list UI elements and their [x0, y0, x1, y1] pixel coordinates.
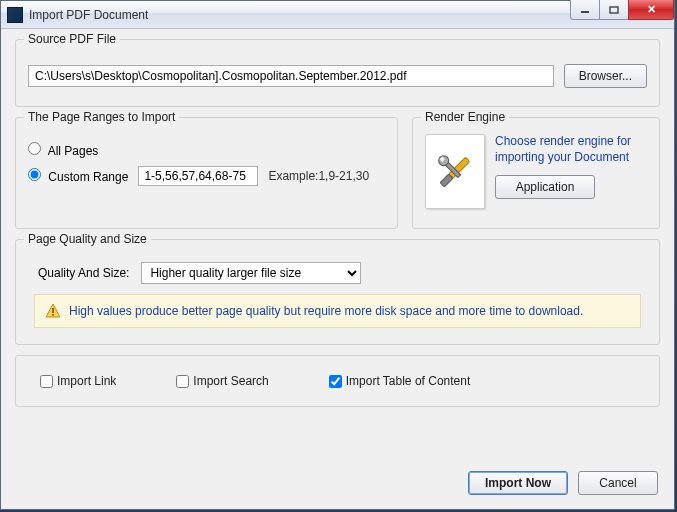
- quality-note-text: High values produce better page quality …: [69, 304, 583, 318]
- render-engine-group: Render Engine: [412, 117, 660, 229]
- quality-group: Page Quality and Size Quality And Size: …: [15, 239, 660, 345]
- quality-legend: Page Quality and Size: [24, 232, 151, 246]
- browse-button[interactable]: Browser...: [564, 64, 647, 88]
- all-pages-option[interactable]: All Pages: [28, 142, 98, 158]
- render-engine-legend: Render Engine: [421, 110, 509, 124]
- import-search-option[interactable]: Import Search: [176, 374, 268, 388]
- svg-rect-8: [52, 314, 54, 316]
- maximize-button[interactable]: [599, 0, 629, 20]
- dialog-footer: Import Now Cancel: [468, 471, 658, 495]
- import-link-label: Import Link: [57, 374, 116, 388]
- page-ranges-group: The Page Ranges to Import All Pages Cust…: [15, 117, 398, 229]
- import-now-button[interactable]: Import Now: [468, 471, 568, 495]
- quality-select[interactable]: Higher quality larger file size: [141, 262, 361, 284]
- svg-rect-3: [440, 174, 453, 187]
- import-options-group: Import Link Import Search Import Table o…: [15, 355, 660, 407]
- minimize-button[interactable]: [570, 0, 600, 20]
- client-area: Source PDF File Browser... The Page Rang…: [1, 29, 674, 427]
- import-toc-checkbox[interactable]: [329, 375, 342, 388]
- source-file-group: Source PDF File Browser...: [15, 39, 660, 107]
- source-file-legend: Source PDF File: [24, 32, 120, 46]
- custom-range-label: Custom Range: [48, 170, 128, 184]
- example-label: Example:1,9-21,30: [268, 169, 369, 183]
- tools-icon: [425, 134, 485, 209]
- import-search-label: Import Search: [193, 374, 268, 388]
- maximize-icon: [609, 6, 619, 14]
- quality-label: Quality And Size:: [38, 266, 129, 280]
- custom-range-radio[interactable]: [28, 168, 41, 181]
- warning-icon: [45, 303, 61, 319]
- window-controls: ✕: [571, 0, 674, 20]
- titlebar: Import PDF Document ✕: [1, 1, 674, 29]
- import-link-option[interactable]: Import Link: [40, 374, 116, 388]
- page-ranges-legend: The Page Ranges to Import: [24, 110, 179, 124]
- import-toc-label: Import Table of Content: [346, 374, 471, 388]
- source-path-input[interactable]: [28, 65, 554, 87]
- svg-rect-7: [52, 308, 54, 313]
- close-button[interactable]: ✕: [628, 0, 674, 20]
- custom-range-input[interactable]: [138, 166, 258, 186]
- svg-rect-0: [581, 11, 589, 13]
- import-search-checkbox[interactable]: [176, 375, 189, 388]
- svg-rect-1: [610, 7, 618, 13]
- all-pages-radio[interactable]: [28, 142, 41, 155]
- cancel-button[interactable]: Cancel: [578, 471, 658, 495]
- close-icon: ✕: [647, 3, 656, 16]
- custom-range-option[interactable]: Custom Range: [28, 168, 128, 184]
- render-hint: Choose render engine for importing your …: [495, 134, 647, 165]
- dialog-window: Import PDF Document ✕ Source PDF File Br…: [0, 0, 675, 510]
- app-icon: [7, 7, 23, 23]
- window-title: Import PDF Document: [29, 8, 148, 22]
- import-link-checkbox[interactable]: [40, 375, 53, 388]
- import-toc-option[interactable]: Import Table of Content: [329, 374, 471, 388]
- quality-note: High values produce better page quality …: [34, 294, 641, 328]
- all-pages-label: All Pages: [48, 144, 99, 158]
- application-button[interactable]: Application: [495, 175, 595, 199]
- minimize-icon: [580, 6, 590, 14]
